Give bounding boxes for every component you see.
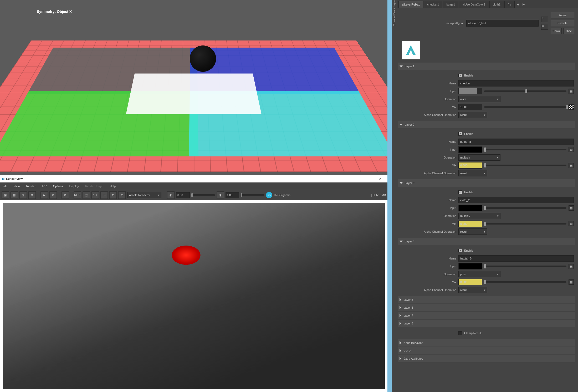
ipr-start-icon[interactable]: ▶ bbox=[40, 191, 48, 199]
maximize-button[interactable]: ▢ bbox=[363, 176, 373, 182]
menu-render[interactable]: Render bbox=[26, 185, 35, 188]
input-slider[interactable] bbox=[484, 207, 566, 209]
input-swatch[interactable] bbox=[458, 205, 482, 211]
alpha-op-select[interactable]: result bbox=[458, 228, 487, 235]
tab-scroll-left[interactable]: ◀ bbox=[515, 1, 520, 8]
tab-aiuserdatacolor[interactable]: aiUserDataColor1 bbox=[459, 1, 489, 8]
name-field[interactable] bbox=[458, 139, 574, 145]
input-map-button[interactable]: ▦ bbox=[569, 147, 574, 152]
operation-select[interactable]: plus bbox=[458, 271, 500, 277]
mix-map-button[interactable]: ▦ bbox=[569, 279, 574, 285]
tab-cloth[interactable]: cloth1 bbox=[489, 1, 504, 8]
section-head-layer7[interactable]: Layer 7 bbox=[398, 312, 575, 319]
tab-ailayerrgba[interactable]: aiLayerRgba1 bbox=[398, 1, 423, 8]
enable-checkbox[interactable]: ✓ bbox=[458, 132, 462, 136]
mix-slider[interactable] bbox=[484, 281, 566, 283]
name-field[interactable] bbox=[458, 255, 574, 262]
rgb-toggle[interactable]: RGB bbox=[74, 191, 81, 199]
colorspace-label[interactable]: sRGB gamm bbox=[274, 194, 290, 197]
viewport[interactable]: Symmetry: Object X bbox=[0, 0, 387, 175]
mix-field[interactable] bbox=[458, 162, 482, 169]
menu-file[interactable]: File bbox=[3, 185, 7, 188]
section-head-layer1[interactable]: Layer 1 bbox=[398, 63, 575, 70]
mix-field[interactable] bbox=[458, 279, 482, 285]
mix-map-button[interactable]: ▦ bbox=[569, 221, 574, 226]
section-head-layer4[interactable]: Layer 4 bbox=[398, 238, 575, 245]
tab-checker[interactable]: checker1 bbox=[424, 1, 443, 8]
gamma-field[interactable]: 1.00 bbox=[226, 192, 239, 198]
section-head-layer8[interactable]: Layer 8 bbox=[398, 320, 575, 327]
mix-slider[interactable] bbox=[484, 165, 566, 166]
remove-image-icon[interactable]: ⊟ bbox=[118, 191, 126, 199]
menu-display[interactable]: Display bbox=[69, 185, 79, 188]
name-field[interactable] bbox=[458, 197, 574, 203]
operation-select[interactable]: over bbox=[458, 96, 500, 102]
input-map-button[interactable]: ▦ bbox=[569, 264, 574, 269]
operation-select[interactable]: multiply bbox=[458, 213, 500, 219]
presets-button[interactable]: Presets bbox=[551, 20, 574, 26]
mix-slider[interactable] bbox=[484, 223, 566, 225]
operation-select[interactable]: multiply bbox=[458, 154, 500, 161]
section-head-extra[interactable]: Extra Attributes bbox=[398, 355, 575, 362]
input-output-icon[interactable]: ↳ bbox=[541, 17, 548, 22]
real-size-icon[interactable]: ▭ bbox=[100, 191, 108, 199]
clamp-checkbox[interactable] bbox=[458, 331, 462, 335]
mix-map-button[interactable]: ▦ bbox=[569, 163, 574, 168]
ae-body[interactable]: Layer 1 ✓ Enable Name Input ▦ Operation … bbox=[397, 62, 578, 392]
render-view-titlebar[interactable]: M Render View ― ▢ ✕ bbox=[0, 175, 387, 182]
alpha-op-select[interactable]: result bbox=[458, 170, 487, 176]
render-globals-icon[interactable]: ⚙ bbox=[62, 191, 69, 199]
mix-slider[interactable] bbox=[484, 106, 566, 108]
color-mgmt-icon[interactable]: cm bbox=[266, 192, 272, 198]
input-slider[interactable] bbox=[484, 266, 566, 267]
exposure-field[interactable]: 0.00 bbox=[176, 192, 190, 198]
mix-field[interactable] bbox=[458, 104, 482, 110]
tab-bulge[interactable]: bulge1 bbox=[443, 1, 458, 8]
input-slider[interactable] bbox=[484, 149, 566, 150]
alpha-op-select[interactable]: result bbox=[458, 287, 487, 293]
input-map-button[interactable]: ▦ bbox=[569, 205, 574, 211]
menu-view[interactable]: View bbox=[14, 185, 20, 188]
minimize-button[interactable]: ― bbox=[351, 176, 361, 182]
tab-scroll-right[interactable]: ▶ bbox=[521, 1, 526, 8]
menu-ipr[interactable]: IPR bbox=[42, 185, 47, 188]
section-head-layer3[interactable]: Layer 3 bbox=[398, 179, 575, 187]
render-frame-icon[interactable]: ▣ bbox=[2, 191, 9, 199]
section-head-layer5[interactable]: Layer 5 bbox=[398, 296, 575, 303]
section-head-node_behavior[interactable]: Node Behavior bbox=[398, 339, 575, 347]
render-image-area[interactable] bbox=[3, 203, 385, 389]
tab-fra[interactable]: fra bbox=[504, 1, 515, 8]
render-sequence-icon[interactable]: ⧉ bbox=[28, 191, 36, 199]
enable-checkbox[interactable]: ✓ bbox=[458, 74, 462, 77]
section-head-layer2[interactable]: Layer 2 bbox=[398, 121, 575, 128]
input-swatch[interactable] bbox=[458, 263, 482, 269]
render-region-icon[interactable]: ▦ bbox=[11, 191, 18, 199]
menu-options[interactable]: Options bbox=[53, 185, 63, 188]
name-field[interactable] bbox=[458, 80, 574, 86]
hide-button[interactable]: Hide bbox=[563, 28, 574, 34]
menu-help[interactable]: Help bbox=[110, 185, 116, 188]
input-map-button[interactable]: ▦ bbox=[569, 89, 574, 94]
alpha-op-select[interactable]: result bbox=[458, 112, 487, 118]
alpha-toggle[interactable]: ⬚ bbox=[83, 191, 90, 199]
ratio-toggle[interactable]: 1:1 bbox=[91, 191, 99, 199]
gamma-slider[interactable] bbox=[241, 194, 264, 196]
mix-map-button[interactable] bbox=[569, 104, 574, 110]
enable-checkbox[interactable]: ✓ bbox=[458, 190, 462, 194]
mix-field[interactable] bbox=[458, 221, 482, 227]
input-swatch[interactable] bbox=[458, 88, 482, 94]
enable-checkbox[interactable]: ✓ bbox=[458, 249, 462, 252]
keep-image-icon[interactable]: ⊞ bbox=[109, 191, 117, 199]
ipr-refresh-icon[interactable]: ⟳ bbox=[49, 191, 57, 199]
focus-button[interactable]: Focus bbox=[551, 12, 574, 18]
input-slider[interactable] bbox=[484, 90, 566, 92]
select-node-icon[interactable]: ▭ bbox=[541, 24, 548, 30]
snapshot-icon[interactable]: ◎ bbox=[19, 191, 27, 199]
panel-divider[interactable] bbox=[387, 0, 392, 392]
show-button[interactable]: Show bbox=[551, 28, 562, 34]
input-swatch[interactable] bbox=[458, 146, 482, 153]
close-button[interactable]: ✕ bbox=[375, 176, 385, 182]
exposure-slider[interactable] bbox=[191, 194, 215, 196]
channel-box-rail[interactable]: Channel Box / Layer bbox=[392, 0, 397, 392]
section-head-uuid[interactable]: UUID bbox=[398, 347, 575, 354]
